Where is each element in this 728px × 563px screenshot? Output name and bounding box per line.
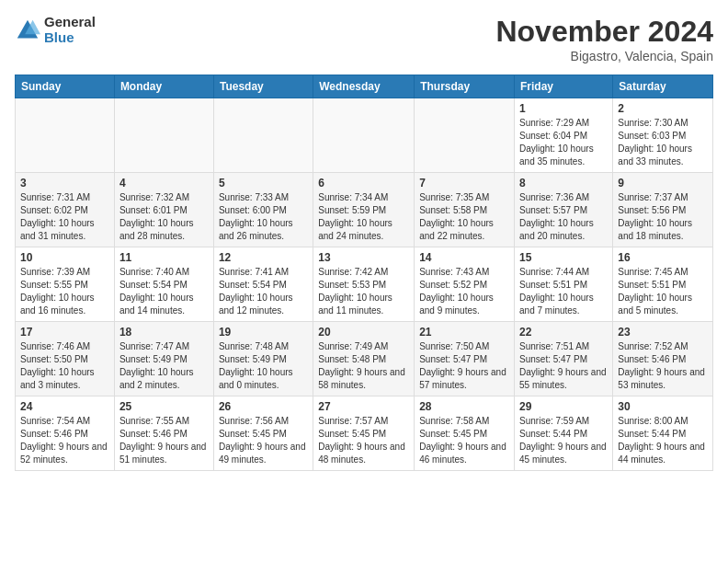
day-number: 24: [20, 400, 109, 413]
day-info: Sunrise: 7:47 AMSunset: 5:49 PMDaylight:…: [119, 340, 209, 392]
calendar-cell: 19Sunrise: 7:48 AMSunset: 5:49 PMDayligh…: [213, 322, 313, 396]
day-number: 8: [519, 177, 608, 190]
calendar-cell: [415, 98, 515, 173]
logo-icon: [15, 17, 40, 43]
calendar-cell: 17Sunrise: 7:46 AMSunset: 5:50 PMDayligh…: [16, 322, 115, 396]
calendar-cell: 15Sunrise: 7:44 AMSunset: 5:51 PMDayligh…: [515, 247, 613, 322]
calendar-cell: 30Sunrise: 8:00 AMSunset: 5:44 PMDayligh…: [613, 396, 713, 471]
calendar-cell: 7Sunrise: 7:35 AMSunset: 5:58 PMDaylight…: [415, 173, 515, 247]
page: General Blue November 2024 Bigastro, Val…: [0, 0, 728, 486]
calendar-cell: [213, 98, 313, 173]
month-title: November 2024: [495, 15, 713, 49]
day-info: Sunrise: 7:59 AMSunset: 5:44 PMDaylight:…: [519, 415, 608, 466]
day-info: Sunrise: 7:49 AMSunset: 5:48 PMDaylight:…: [318, 340, 409, 392]
day-info: Sunrise: 7:55 AMSunset: 5:46 PMDaylight:…: [119, 415, 209, 466]
weekday-header-monday: Monday: [114, 75, 213, 98]
calendar-cell: 22Sunrise: 7:51 AMSunset: 5:47 PMDayligh…: [515, 322, 613, 396]
calendar-cell: 12Sunrise: 7:41 AMSunset: 5:54 PMDayligh…: [213, 247, 313, 322]
week-row-3: 10Sunrise: 7:39 AMSunset: 5:55 PMDayligh…: [16, 247, 713, 322]
day-info: Sunrise: 8:00 AMSunset: 5:44 PMDaylight:…: [618, 415, 708, 466]
day-number: 15: [519, 251, 608, 264]
location: Bigastro, Valencia, Spain: [495, 49, 713, 63]
calendar-cell: 13Sunrise: 7:42 AMSunset: 5:53 PMDayligh…: [313, 247, 415, 322]
title-block: November 2024 Bigastro, Valencia, Spain: [495, 15, 713, 63]
day-info: Sunrise: 7:58 AMSunset: 5:45 PMDaylight:…: [419, 415, 509, 466]
day-info: Sunrise: 7:34 AMSunset: 5:59 PMDaylight:…: [318, 191, 409, 243]
day-number: 22: [519, 326, 608, 339]
calendar-cell: [313, 98, 415, 173]
calendar-cell: 27Sunrise: 7:57 AMSunset: 5:45 PMDayligh…: [313, 396, 415, 471]
day-number: 26: [219, 400, 308, 413]
week-row-1: 1Sunrise: 7:29 AMSunset: 6:04 PMDaylight…: [16, 98, 713, 173]
day-number: 18: [119, 326, 209, 339]
day-info: Sunrise: 7:33 AMSunset: 6:00 PMDaylight:…: [219, 191, 308, 243]
calendar-cell: 5Sunrise: 7:33 AMSunset: 6:00 PMDaylight…: [213, 173, 313, 247]
day-info: Sunrise: 7:29 AMSunset: 6:04 PMDaylight:…: [519, 117, 608, 168]
day-number: 27: [318, 400, 409, 413]
day-info: Sunrise: 7:30 AMSunset: 6:03 PMDaylight:…: [618, 117, 708, 168]
day-number: 3: [20, 177, 109, 190]
header: General Blue November 2024 Bigastro, Val…: [15, 15, 713, 63]
calendar-cell: 28Sunrise: 7:58 AMSunset: 5:45 PMDayligh…: [415, 396, 515, 471]
day-info: Sunrise: 7:45 AMSunset: 5:51 PMDaylight:…: [618, 266, 708, 317]
day-info: Sunrise: 7:41 AMSunset: 5:54 PMDaylight:…: [219, 266, 308, 317]
day-number: 13: [318, 251, 409, 264]
logo: General Blue: [15, 15, 96, 45]
calendar-cell: 10Sunrise: 7:39 AMSunset: 5:55 PMDayligh…: [16, 247, 115, 322]
day-info: Sunrise: 7:50 AMSunset: 5:47 PMDaylight:…: [419, 340, 509, 392]
day-info: Sunrise: 7:32 AMSunset: 6:01 PMDaylight:…: [119, 191, 209, 243]
weekday-header-thursday: Thursday: [415, 75, 515, 98]
calendar-cell: 16Sunrise: 7:45 AMSunset: 5:51 PMDayligh…: [613, 247, 713, 322]
day-number: 21: [419, 326, 509, 339]
calendar-cell: 1Sunrise: 7:29 AMSunset: 6:04 PMDaylight…: [515, 98, 613, 173]
day-number: 10: [20, 251, 109, 264]
calendar-cell: 14Sunrise: 7:43 AMSunset: 5:52 PMDayligh…: [415, 247, 515, 322]
calendar-cell: [114, 98, 213, 173]
calendar-table: SundayMondayTuesdayWednesdayThursdayFrid…: [15, 75, 713, 471]
calendar-cell: 29Sunrise: 7:59 AMSunset: 5:44 PMDayligh…: [515, 396, 613, 471]
logo-general-text: General: [44, 15, 96, 30]
day-number: 2: [618, 102, 708, 115]
calendar-cell: 20Sunrise: 7:49 AMSunset: 5:48 PMDayligh…: [313, 322, 415, 396]
day-info: Sunrise: 7:44 AMSunset: 5:51 PMDaylight:…: [519, 266, 608, 317]
calendar-cell: 25Sunrise: 7:55 AMSunset: 5:46 PMDayligh…: [114, 396, 213, 471]
day-number: 25: [119, 400, 209, 413]
day-info: Sunrise: 7:54 AMSunset: 5:46 PMDaylight:…: [20, 415, 109, 466]
weekday-header-wednesday: Wednesday: [313, 75, 415, 98]
calendar-cell: 4Sunrise: 7:32 AMSunset: 6:01 PMDaylight…: [114, 173, 213, 247]
day-info: Sunrise: 7:39 AMSunset: 5:55 PMDaylight:…: [20, 266, 109, 317]
day-info: Sunrise: 7:42 AMSunset: 5:53 PMDaylight:…: [318, 266, 409, 317]
day-info: Sunrise: 7:43 AMSunset: 5:52 PMDaylight:…: [419, 266, 509, 317]
day-number: 5: [219, 177, 308, 190]
day-number: 7: [419, 177, 509, 190]
day-number: 11: [119, 251, 209, 264]
weekday-header-saturday: Saturday: [613, 75, 713, 98]
logo-text: General Blue: [44, 15, 96, 45]
day-number: 28: [419, 400, 509, 413]
calendar-cell: 18Sunrise: 7:47 AMSunset: 5:49 PMDayligh…: [114, 322, 213, 396]
weekday-header-friday: Friday: [515, 75, 613, 98]
calendar-body: 1Sunrise: 7:29 AMSunset: 6:04 PMDaylight…: [16, 98, 713, 471]
calendar-cell: 3Sunrise: 7:31 AMSunset: 6:02 PMDaylight…: [16, 173, 115, 247]
day-info: Sunrise: 7:48 AMSunset: 5:49 PMDaylight:…: [219, 340, 308, 392]
weekday-header-row: SundayMondayTuesdayWednesdayThursdayFrid…: [16, 75, 713, 98]
calendar-cell: [16, 98, 115, 173]
calendar-cell: 6Sunrise: 7:34 AMSunset: 5:59 PMDaylight…: [313, 173, 415, 247]
weekday-header-sunday: Sunday: [16, 75, 115, 98]
calendar-cell: 8Sunrise: 7:36 AMSunset: 5:57 PMDaylight…: [515, 173, 613, 247]
week-row-4: 17Sunrise: 7:46 AMSunset: 5:50 PMDayligh…: [16, 322, 713, 396]
day-number: 4: [119, 177, 209, 190]
day-number: 19: [219, 326, 308, 339]
calendar-cell: 23Sunrise: 7:52 AMSunset: 5:46 PMDayligh…: [613, 322, 713, 396]
week-row-5: 24Sunrise: 7:54 AMSunset: 5:46 PMDayligh…: [16, 396, 713, 471]
calendar-cell: 21Sunrise: 7:50 AMSunset: 5:47 PMDayligh…: [415, 322, 515, 396]
day-number: 9: [618, 177, 708, 190]
day-info: Sunrise: 7:31 AMSunset: 6:02 PMDaylight:…: [20, 191, 109, 243]
day-info: Sunrise: 7:51 AMSunset: 5:47 PMDaylight:…: [519, 340, 608, 392]
day-number: 16: [618, 251, 708, 264]
day-info: Sunrise: 7:35 AMSunset: 5:58 PMDaylight:…: [419, 191, 509, 243]
day-info: Sunrise: 7:40 AMSunset: 5:54 PMDaylight:…: [119, 266, 209, 317]
weekday-header-tuesday: Tuesday: [213, 75, 313, 98]
day-number: 17: [20, 326, 109, 339]
day-info: Sunrise: 7:57 AMSunset: 5:45 PMDaylight:…: [318, 415, 409, 466]
